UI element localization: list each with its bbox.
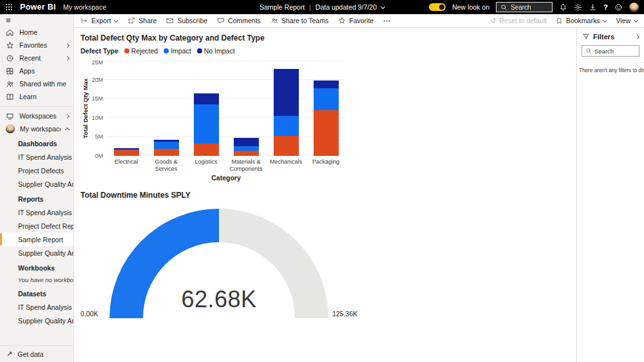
share-button[interactable]: Share [128, 17, 156, 24]
download-icon[interactable] [589, 3, 597, 12]
legend-item-rejected[interactable]: Rejected [124, 47, 158, 55]
collapse-filters-icon[interactable] [635, 34, 639, 39]
view-button[interactable]: View [616, 17, 638, 24]
bar-stack [154, 140, 179, 156]
sidebar-item-my-workspace[interactable]: My workspace [0, 122, 73, 135]
bar-chart-visual: Total Defect Qty Max by Category and Def… [80, 33, 576, 182]
legend-dot [197, 48, 202, 53]
chevron-right-icon [65, 113, 70, 118]
bookmarks-label: Bookmarks [566, 17, 600, 24]
chevron-down-icon [381, 4, 385, 8]
bookmark-icon [556, 17, 563, 24]
sidebar-divider [0, 106, 73, 107]
gauge-range: 0.00K 125.36K [80, 310, 357, 318]
sidebar-item-apps[interactable]: Apps [0, 64, 73, 77]
subscribe-button[interactable]: Subscribe [166, 17, 207, 24]
left-navigation: ≡ Home Favorites Recent Apps Shared with… [0, 14, 74, 362]
favorite-star-icon [338, 17, 346, 24]
collapse-nav-button[interactable]: ≡ [0, 14, 73, 26]
bar-segment-impact[interactable] [274, 116, 299, 135]
bar-segment-impact[interactable] [194, 104, 219, 144]
bar-goods-services[interactable] [146, 140, 186, 156]
sidebar-item-favorites[interactable]: Favorites [0, 39, 73, 52]
bookmarks-button[interactable]: Bookmarks [556, 17, 607, 24]
gauge[interactable]: 62.68K 0.00K 125.36K [80, 205, 357, 318]
sidebar-item-label: Apps [19, 67, 69, 75]
filters-panel: Filters There aren't any filters to disp… [576, 28, 644, 362]
settings-gear-icon[interactable] [574, 3, 582, 12]
reset-to-default-button[interactable]: ↺ Reset to default [490, 17, 547, 25]
bar-segment-impact[interactable] [154, 142, 179, 149]
bar-packaging[interactable] [306, 81, 346, 156]
bar-segment-impact[interactable] [314, 88, 339, 110]
get-data-button[interactable]: ↗ Get data [0, 345, 73, 362]
user-avatar[interactable] [629, 3, 639, 12]
new-look-toggle[interactable] [429, 3, 446, 11]
feedback-smiley-icon[interactable] [614, 3, 623, 12]
report-item[interactable]: IT Spend Analysis S... [0, 205, 73, 219]
x-axis-label: Materials & Components [226, 158, 266, 173]
report-item[interactable]: Supplier Quality An... [0, 246, 73, 260]
y-axis-tick-label: 0M [95, 153, 103, 159]
new-look-label: New look on [452, 3, 489, 11]
legend-item-no-impact[interactable]: No Impact [197, 47, 235, 55]
report-title-bar[interactable]: Sample Report | Data updated 9/7/20 [260, 3, 384, 11]
dashboard-item[interactable]: IT Spend Analysis S... [0, 150, 73, 164]
bar-segment-no-impact[interactable] [274, 69, 299, 116]
sidebar-item-learn[interactable]: Learn [0, 90, 73, 103]
funnel-icon [582, 33, 590, 41]
bar-segment-rejected[interactable] [314, 110, 339, 156]
bar-segment-rejected[interactable] [114, 150, 139, 156]
share-to-teams-button[interactable]: Share to Teams [270, 17, 328, 24]
bar-segment-no-impact[interactable] [194, 93, 219, 104]
filters-search-input[interactable] [594, 48, 636, 55]
help-icon[interactable]: ? [603, 3, 608, 11]
legend-dot [164, 48, 169, 53]
bar-stack [234, 138, 259, 156]
sidebar-item-shared-with-me[interactable]: Shared with me [0, 77, 73, 90]
bar-segment-rejected[interactable] [154, 149, 179, 156]
home-icon [6, 28, 14, 37]
bar-materials-components[interactable] [226, 138, 266, 156]
export-label: Export [91, 17, 111, 24]
dataset-item[interactable]: Supplier Quality An... [0, 314, 73, 327]
export-button[interactable]: Export [80, 17, 118, 24]
waffle-menu-icon[interactable] [5, 3, 13, 11]
sidebar-item-home[interactable]: Home [0, 26, 73, 39]
dashboard-item[interactable]: Project Defects [0, 164, 73, 177]
sidebar-section-workbooks: Workbooks [0, 260, 73, 274]
bar-segment-no-impact[interactable] [234, 138, 259, 147]
bar-mechanicals[interactable] [266, 69, 306, 156]
comments-button[interactable]: Comments [217, 17, 261, 24]
data-updated-label: Data updated 9/7/20 [316, 3, 377, 11]
filters-search-box[interactable] [582, 45, 639, 57]
bar-stack [274, 69, 299, 156]
search-icon [585, 48, 592, 54]
bar-segment-rejected[interactable] [234, 151, 259, 156]
comments-label: Comments [228, 17, 261, 24]
topbar-workspace-link[interactable]: My workspace [63, 3, 106, 11]
chevron-right-icon [65, 43, 70, 47]
more-options-button[interactable]: ⋯ [383, 17, 391, 24]
global-search-box[interactable] [496, 2, 553, 12]
dataset-item[interactable]: IT Spend Analysis S... [0, 300, 73, 314]
legend-item-impact[interactable]: Impact [164, 47, 191, 55]
bar-electrical[interactable] [106, 148, 146, 156]
favorite-button[interactable]: Favorite [338, 17, 374, 24]
x-axis-label: Mechanicals [266, 158, 306, 173]
bar-segment-rejected[interactable] [274, 136, 299, 156]
sidebar-item-recent[interactable]: Recent [0, 52, 73, 64]
bar-logistics[interactable] [186, 93, 226, 156]
apps-icon [6, 67, 14, 75]
report-item-selected[interactable]: Sample Report [0, 233, 73, 246]
notifications-icon[interactable] [559, 3, 567, 12]
x-axis-title: Category [106, 174, 346, 182]
gauge-value: 62.68K [181, 286, 256, 313]
bar-segment-no-impact[interactable] [314, 81, 339, 88]
global-search-input[interactable] [511, 4, 548, 11]
sidebar-item-workspaces[interactable]: Workspaces [0, 110, 73, 122]
chevron-down-icon [114, 17, 118, 22]
report-item[interactable]: Project Defect Report [0, 219, 73, 233]
bar-segment-rejected[interactable] [194, 144, 219, 156]
dashboard-item[interactable]: Supplier Quality An... [0, 177, 73, 191]
